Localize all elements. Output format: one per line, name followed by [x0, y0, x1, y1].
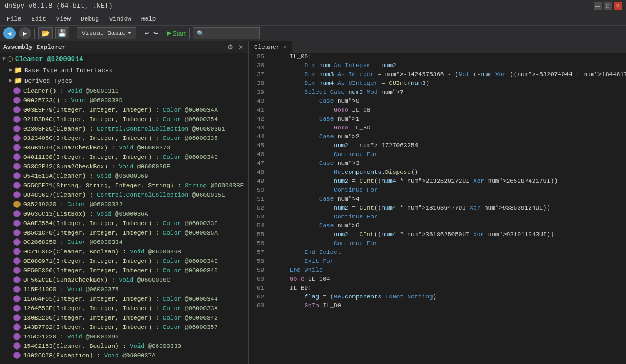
- line-separator: [271, 133, 271, 142]
- menu-file[interactable]: File: [2, 14, 26, 23]
- method-label: 0F562C2E(Guna2CheckBox) : Void @0600036C: [23, 277, 170, 283]
- line-code-content: flag = (Me.components IsNot Nothing): [287, 293, 626, 300]
- tree-method-item[interactable]: 0541613A(Cleaner) : Void @06000369: [0, 171, 248, 181]
- tree-method-item[interactable]: 085219020 : Color @06000332: [0, 200, 248, 209]
- line-separator-2: [285, 213, 285, 222]
- method-label: 003E3F79(Integer, Integer, Integer) : Co…: [23, 107, 218, 113]
- line-code-content: Continue For: [287, 187, 626, 193]
- code-tab-close-button[interactable]: ✕: [283, 44, 286, 51]
- line-separator-2: [285, 133, 285, 142]
- line-code-content: Case num">6: [287, 222, 626, 229]
- tree-method-item[interactable]: 053C2F42(Guna2CheckBox) : Void @0600036E: [0, 162, 248, 171]
- tree-method-item[interactable]: 115F41000 : Void @06000375: [0, 285, 248, 294]
- line-code-content: num2 = num">-1727063254: [287, 142, 626, 149]
- method-label: 08483627(Cleaner) : Control.ControlColle…: [23, 192, 225, 198]
- code-line: 52 num2 = CInt((num4 * num">181636477UI …: [249, 205, 626, 213]
- method-icon: [13, 248, 21, 255]
- assembly-tree[interactable]: ▼ ⬡ Cleaner @02000014 ► 📁 Base Type and …: [0, 53, 248, 364]
- minimize-button[interactable]: —: [594, 2, 602, 10]
- tree-method-item[interactable]: 08483627(Cleaner) : Control.ControlColle…: [0, 190, 248, 200]
- menu-debug[interactable]: Debug: [76, 14, 103, 23]
- menu-help[interactable]: Help: [137, 14, 160, 23]
- code-line: 62 flag = (Me.components IsNot Nothing): [249, 293, 626, 302]
- undo-button[interactable]: ↩: [143, 27, 150, 39]
- close-button[interactable]: ✕: [614, 2, 622, 10]
- code-line: 37 Dim num3 As Integer = num">-142457536…: [249, 71, 626, 80]
- tree-method-item[interactable]: 021D3D4C(Integer, Integer, Integer) : Co…: [0, 114, 248, 124]
- tree-method-item[interactable]: 0F562C2E(Guna2CheckBox) : Void @0600036C: [0, 275, 248, 285]
- tree-method-item[interactable]: 0A0F3554(Integer, Integer, Integer) : Co…: [0, 218, 248, 228]
- method-label: 036B1544(Guna2CheckBox) : Void @06000370: [23, 144, 170, 151]
- tree-method-item[interactable]: 09636C13(ListBox) : Void @0600036A: [0, 209, 248, 218]
- method-icon: [13, 191, 21, 198]
- tree-base-types[interactable]: ► 📁 Base Type and Interfaces: [0, 65, 248, 76]
- tree-method-item[interactable]: 02303F2C(Cleaner) : Control.ControlColle…: [0, 124, 248, 133]
- line-separator-2: [285, 267, 285, 276]
- method-icon: [13, 323, 21, 331]
- open-file-button[interactable]: 📂: [38, 27, 53, 39]
- redo-button[interactable]: ↪: [152, 27, 159, 39]
- method-icon: [13, 286, 21, 293]
- method-label: 09636C13(ListBox) : Void @0600036A: [23, 211, 148, 217]
- nav-back-button[interactable]: ◄: [3, 27, 16, 39]
- title-bar-controls: — □ ✕: [594, 2, 622, 10]
- tree-method-item[interactable]: 0B5C1C70(Integer, Integer, Integer) : Co…: [0, 228, 248, 237]
- start-button[interactable]: ▶ Start: [167, 29, 186, 37]
- line-separator: [271, 187, 271, 196]
- line-code-content: Case num">1: [287, 116, 626, 122]
- tree-method-item[interactable]: 00025733() : Void @0600038D: [0, 96, 248, 105]
- line-number: 40: [249, 98, 269, 104]
- tree-method-item[interactable]: Cleaner() : Void @06000311: [0, 86, 248, 96]
- tree-method-item[interactable]: 0C716363(Cleaner, Boolean) : Void @06000…: [0, 247, 248, 256]
- menu-edit[interactable]: Edit: [27, 14, 50, 23]
- line-separator: [271, 285, 271, 293]
- line-number: 58: [249, 258, 269, 265]
- search-input[interactable]: [193, 27, 260, 39]
- tree-derived-types[interactable]: ► 📁 Derived Types: [0, 76, 248, 86]
- code-view[interactable]: 35IL_0D:36 Dim num As Integer = num237 D…: [249, 53, 626, 364]
- lang-selector[interactable]: Visual Basic ▼: [77, 27, 136, 39]
- tree-method-item[interactable]: 0C2068250 : Color @06000334: [0, 237, 248, 247]
- tree-method-item[interactable]: 0E080971(Integer, Integer, Integer) : Co…: [0, 256, 248, 266]
- tree-method-item[interactable]: 0F505306(Integer, Integer, Integer) : Co…: [0, 266, 248, 275]
- line-code-content: Dim num As Integer = num2: [287, 62, 626, 69]
- method-label: 02303F2C(Cleaner) : Control.ControlColle…: [23, 126, 225, 132]
- code-tab-cleaner[interactable]: Cleaner ✕: [249, 41, 292, 53]
- tree-root-item[interactable]: ▼ ⬡ Cleaner @02000014: [0, 53, 248, 65]
- tree-method-item[interactable]: 130B220C(Integer, Integer, Integer) : Co…: [0, 313, 248, 322]
- assembly-close-button[interactable]: ✕: [237, 43, 245, 51]
- line-code-content: Me.components.Dispose(): [287, 169, 626, 176]
- nav-forward-button[interactable]: ►: [19, 27, 31, 39]
- maximize-button[interactable]: □: [604, 2, 612, 10]
- tree-method-item[interactable]: 143B7702(Integer, Integer, Integer) : Co…: [0, 322, 248, 332]
- tree-method-item[interactable]: 145C21220 : Void @06000396: [0, 332, 248, 341]
- tree-method-item[interactable]: 16026C78(Exception) : Void @0600037A: [0, 351, 248, 360]
- line-number: 45: [249, 142, 269, 149]
- tree-method-item[interactable]: 055C5E71(String, String, Integer, String…: [0, 181, 248, 190]
- tree-method-item[interactable]: 04011138(Integer, Integer, Integer) : Co…: [0, 152, 248, 162]
- method-label: 00025733() : Void @0600038D: [23, 97, 122, 104]
- menu-view[interactable]: View: [52, 14, 75, 23]
- method-label: 154C2153(Cleaner, Boolean) : Void @06000…: [23, 343, 181, 350]
- method-icon: [13, 106, 21, 113]
- tree-method-item[interactable]: 003E3F79(Integer, Integer, Integer) : Co…: [0, 105, 248, 114]
- line-number: 48: [249, 169, 269, 176]
- assembly-settings-button[interactable]: ⚙: [226, 43, 235, 51]
- code-line: 35IL_0D:: [249, 53, 626, 62]
- tree-method-item[interactable]: 036B1544(Guna2CheckBox) : Void @06000370: [0, 143, 248, 152]
- line-separator: [271, 293, 271, 302]
- line-number: 53: [249, 213, 269, 220]
- line-number: 56: [249, 240, 269, 247]
- save-button[interactable]: 💾: [55, 27, 69, 39]
- tree-method-item[interactable]: 0323405C(Integer, Integer, Integer) : Co…: [0, 133, 248, 143]
- line-separator: [271, 116, 271, 124]
- line-number: 43: [249, 124, 269, 131]
- tree-method-item[interactable]: 1264553E(Integer, Integer, Integer) : Co…: [0, 303, 248, 313]
- code-line: 40 Case num">0: [249, 98, 626, 107]
- method-icon: [13, 153, 21, 161]
- line-code-content: GoTo IL_104: [287, 276, 626, 282]
- menu-window[interactable]: Window: [105, 14, 136, 23]
- tree-method-item[interactable]: 11664F55(Integer, Integer, Integer) : Co…: [0, 294, 248, 303]
- tree-method-item[interactable]: 154C2153(Cleaner, Boolean) : Void @06000…: [0, 341, 248, 351]
- method-label: 145C21220 : Void @06000396: [23, 333, 119, 340]
